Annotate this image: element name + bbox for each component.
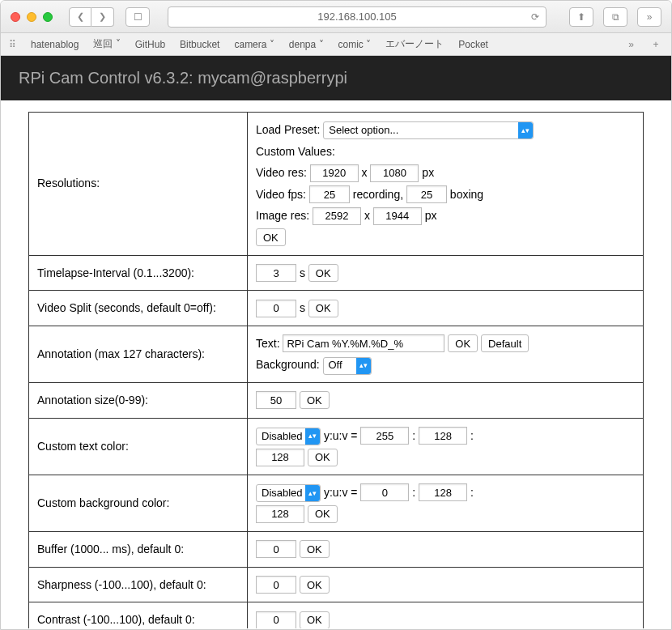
- fav-add-icon[interactable]: +: [649, 39, 663, 50]
- titlebar: ❮ ❯ ☐ 192.168.100.105 ⟳ ⬆ ⧉ »: [1, 1, 671, 33]
- zoom-icon[interactable]: [43, 12, 53, 22]
- bgcolor-u-input[interactable]: [419, 483, 467, 501]
- row-bgcolor: Custom background color: Disabled▴▾ y:u:…: [29, 475, 644, 531]
- row-timelapse: Timelapse-Interval (0.1...3200): s OK: [29, 255, 644, 291]
- videosplit-input[interactable]: [256, 300, 296, 317]
- textcolor-y-input[interactable]: [360, 427, 409, 445]
- video-width-input[interactable]: [310, 164, 359, 182]
- overflow-button[interactable]: »: [637, 7, 661, 27]
- textcolor-ok-button[interactable]: OK: [308, 449, 338, 466]
- annotation-ok-button[interactable]: OK: [448, 334, 478, 352]
- bgcolor-ok-button[interactable]: OK: [308, 505, 338, 523]
- fav-item[interactable]: denpa ˅: [289, 39, 324, 50]
- annosize-input[interactable]: [256, 391, 296, 409]
- row-resolutions: Resolutions: Load Preset: Select option.…: [29, 113, 644, 256]
- label: Resolutions:: [29, 113, 248, 256]
- buffer-input[interactable]: [256, 540, 296, 558]
- fav-item[interactable]: hatenablog: [31, 39, 79, 50]
- row-annotation: Annotation (max 127 characters): Text: O…: [29, 326, 644, 382]
- row-textcolor: Custom text color: Disabled▴▾ y:u:v = : …: [29, 418, 644, 475]
- address-bar[interactable]: 192.168.100.105 ⟳: [168, 6, 547, 28]
- fav-item[interactable]: エバーノート: [385, 37, 444, 51]
- fav-item[interactable]: Pocket: [458, 39, 488, 50]
- back-button[interactable]: ❮: [69, 7, 91, 27]
- share-button[interactable]: ⬆: [569, 7, 593, 27]
- sharpness-ok-button[interactable]: OK: [300, 576, 330, 594]
- bgcolor-y-input[interactable]: [360, 483, 409, 501]
- textcolor-v-input[interactable]: [256, 449, 304, 466]
- fav-item[interactable]: GitHub: [135, 39, 165, 50]
- favorites-bar: ⠿ hatenablog 巡回 ˅ GitHub Bitbucket camer…: [1, 33, 671, 56]
- annotation-default-button[interactable]: Default: [481, 334, 529, 352]
- image-height-input[interactable]: [373, 207, 422, 225]
- page-title: RPi Cam Control v6.3.2: mycam@raspberryp…: [1, 56, 671, 100]
- content: Resolutions: Load Preset: Select option.…: [1, 100, 671, 628]
- url-text: 192.168.100.105: [317, 11, 397, 23]
- fav-more-icon[interactable]: »: [628, 39, 634, 50]
- fps-rec-input[interactable]: [309, 185, 350, 203]
- fav-item[interactable]: Bitbucket: [180, 39, 219, 50]
- bgcolor-enable-select[interactable]: Disabled▴▾: [256, 484, 321, 502]
- fav-item[interactable]: 巡回 ˅: [93, 37, 120, 51]
- fps-box-input[interactable]: [406, 185, 447, 203]
- settings-table: Resolutions: Load Preset: Select option.…: [28, 112, 644, 628]
- traffic-lights: [11, 12, 53, 22]
- preset-select[interactable]: Select option...▴▾: [323, 121, 534, 139]
- row-annosize: Annotation size(0-99): OK: [29, 382, 644, 418]
- forward-button[interactable]: ❯: [91, 7, 114, 27]
- minimize-icon[interactable]: [27, 12, 36, 22]
- row-buffer: Buffer (1000... ms), default 0: OK: [29, 531, 644, 567]
- buffer-ok-button[interactable]: OK: [300, 540, 330, 558]
- annosize-ok-button[interactable]: OK: [300, 391, 330, 409]
- image-width-input[interactable]: [313, 207, 361, 225]
- timelapse-ok-button[interactable]: OK: [308, 264, 338, 282]
- annotation-input[interactable]: [283, 334, 444, 352]
- timelapse-input[interactable]: [256, 264, 296, 282]
- sharpness-input[interactable]: [256, 576, 296, 594]
- video-height-input[interactable]: [370, 164, 419, 182]
- fav-item[interactable]: camera ˅: [234, 39, 274, 50]
- textcolor-enable-select[interactable]: Disabled▴▾: [256, 428, 321, 445]
- toolbar-right: ⬆ ⧉ »: [564, 7, 661, 27]
- annotation-bg-select[interactable]: Off▴▾: [323, 357, 372, 375]
- contrast-input[interactable]: [256, 611, 296, 628]
- reload-icon[interactable]: ⟳: [531, 11, 539, 23]
- nav-buttons: ❮ ❯: [69, 7, 114, 27]
- videosplit-ok-button[interactable]: OK: [308, 300, 338, 317]
- bgcolor-v-input[interactable]: [256, 505, 304, 523]
- fav-item[interactable]: comic ˅: [338, 39, 372, 50]
- row-videosplit: Video Split (seconds, default 0=off): s …: [29, 291, 644, 326]
- row-sharpness: Sharpness (-100...100), default 0: OK: [29, 567, 644, 602]
- browser-window: ❮ ❯ ☐ 192.168.100.105 ⟳ ⬆ ⧉ » ⠿ hatenabl…: [0, 0, 672, 630]
- resolutions-ok-button[interactable]: OK: [256, 228, 286, 246]
- contrast-ok-button[interactable]: OK: [300, 611, 330, 628]
- sidebar-button[interactable]: ☐: [125, 7, 150, 27]
- close-icon[interactable]: [11, 12, 20, 22]
- textcolor-u-input[interactable]: [419, 427, 467, 445]
- row-contrast: Contrast (-100...100), default 0: OK: [29, 602, 644, 628]
- tabs-button[interactable]: ⧉: [603, 7, 627, 27]
- apps-icon[interactable]: ⠿: [9, 39, 16, 50]
